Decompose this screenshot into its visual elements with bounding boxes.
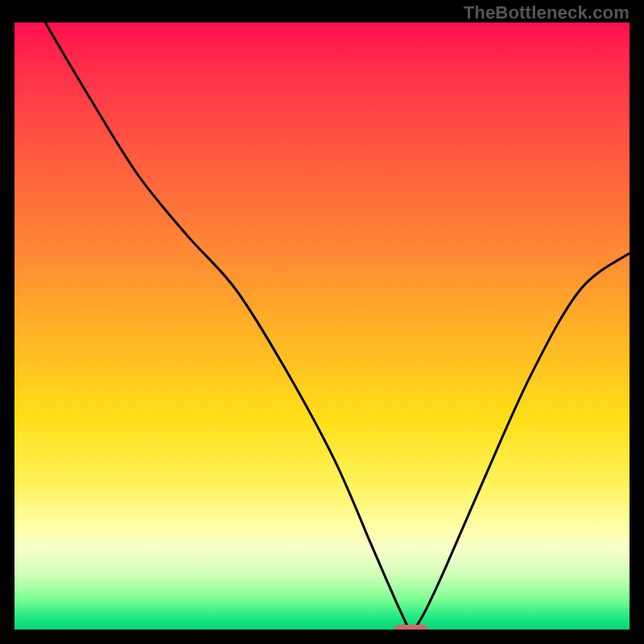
curve-layer	[14, 23, 630, 630]
chart-frame	[0, 0, 644, 644]
bottleneck-curve	[45, 23, 630, 630]
optimum-marker	[394, 625, 428, 630]
plot-area	[14, 23, 630, 630]
